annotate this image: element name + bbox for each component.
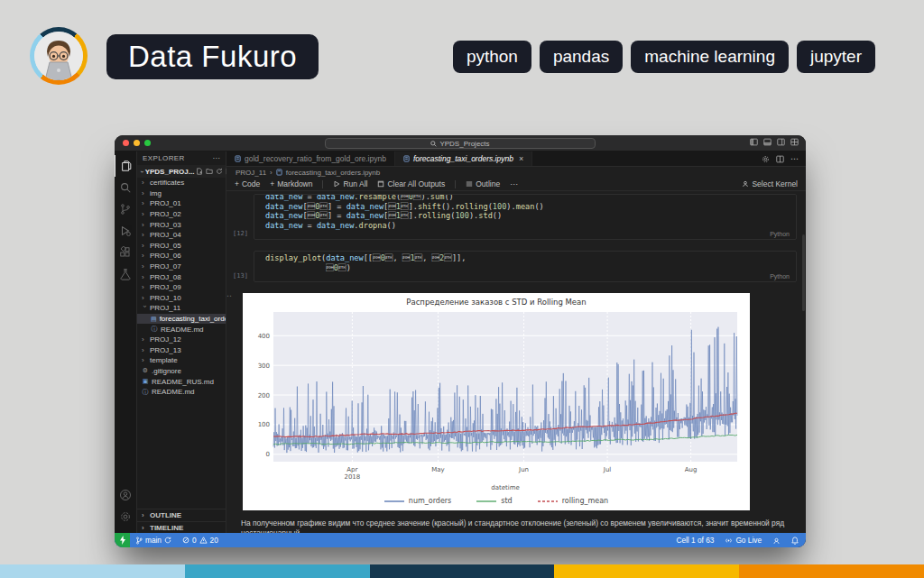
minimize-window-button[interactable] [134,140,140,146]
accounts-icon[interactable] [115,484,137,506]
cell-indicator[interactable]: Cell 1 of 63 [670,536,719,545]
info-file-icon: ⓘ [142,388,149,397]
cell-language[interactable]: Python [770,231,790,237]
breadcrumb-file[interactable]: forecasting_taxi_orders.ipynb [286,169,381,177]
tree-item-proj-05[interactable]: ›PROJ_05 [137,241,226,252]
strip-teal [185,564,370,578]
feedback-icon[interactable] [767,537,786,545]
tab-forecasting-taxi-orders[interactable]: forecasting_taxi_orders.ipynb × [395,151,532,166]
error-count: 0 [192,536,197,545]
tree-item-template[interactable]: ›template [137,355,226,366]
toggle-panel-icon[interactable] [763,138,772,146]
editor-more-actions-icon[interactable]: ⋯ [790,154,799,163]
cell-language[interactable]: Python [770,273,790,280]
tree-item-label: README.md [161,326,204,334]
extensions-icon[interactable] [115,242,137,263]
tree-item-proj-12[interactable]: ›PROJ_12 [137,335,226,345]
tree-item-proj-06[interactable]: ›PROJ_06 [137,251,226,261]
brand-title: Data Fukuro [128,40,297,74]
run-all-button[interactable]: Run All [333,179,367,188]
tree-item--gitignore[interactable]: ⚙.gitignore [137,366,226,377]
tree-item-proj-13[interactable]: ›PROJ_13 [137,345,226,356]
chart-title: Распределение заказов с STD и Rolling Me… [243,298,750,307]
problems-indicator[interactable]: 0 20 [177,536,224,545]
memoji-avatar-icon [34,32,83,80]
clear-all-outputs-button[interactable]: Clear All Outputs [377,179,445,188]
timeline-label: TIMELINE [150,524,183,532]
go-live-button[interactable]: Go Live [719,536,767,545]
activity-bar [115,151,137,533]
new-folder-icon[interactable] [206,168,213,175]
tree-item-proj-11[interactable]: ›PROJ_11 [137,303,226,314]
tree-item-proj-02[interactable]: ›PROJ_02 [137,209,226,220]
explorer-more-icon[interactable]: ⋯ [213,154,220,162]
code-cell-1[interactable]: data_new = data_new.resample(0).sum()d… [254,194,797,240]
tree-item-img[interactable]: ›img [137,188,226,199]
tree-item-proj-04[interactable]: ›PROJ_04 [137,230,226,241]
svg-text:Apr: Apr [346,466,357,473]
file-tree: ›certificates›img›PROJ_01›PROJ_02›PROJ_0… [137,178,226,509]
bottom-color-strip [0,564,924,578]
chevron-right-icon: › [142,231,147,239]
tree-item-label: PROJ_05 [150,242,181,250]
tree-item-proj-10[interactable]: ›PROJ_10 [137,293,226,304]
tree-item-proj-09[interactable]: ›PROJ_09 [137,282,226,293]
legend-item-std: std [476,497,512,505]
close-window-button[interactable] [123,140,129,146]
tree-item-certificates[interactable]: ›certificates [137,178,226,188]
new-file-icon[interactable] [196,168,203,175]
code-editor[interactable]: data_new = data_new.resample(0).sum()d… [254,195,796,230]
tree-item-proj-07[interactable]: ›PROJ_07 [137,261,226,272]
editor-scrollbar[interactable] [802,234,805,311]
code-cell-2[interactable]: display_plot(data_new[[0, 1, 2]], … [254,251,797,282]
notifications-bell-icon[interactable] [786,537,806,545]
tree-item-proj-01[interactable]: ›PROJ_01 [137,198,226,209]
chevron-right-icon: › [142,210,147,218]
search-view-icon[interactable] [115,177,137,198]
chevron-right-icon: › [142,273,147,281]
code-editor[interactable]: display_plot(data_new[[0, 1, 2]], … [254,252,796,272]
brand-title-badge: Data Fukuro [106,34,319,79]
testing-icon[interactable] [115,263,137,285]
run-debug-icon[interactable] [115,220,137,242]
outline-button[interactable]: Outline [466,179,500,188]
tree-item-readme-md[interactable]: ⓘREADME.md [137,387,226,398]
explorer-icon[interactable] [115,155,137,177]
refresh-icon[interactable] [216,168,223,175]
tree-item-label: PROJ_06 [150,252,181,260]
tree-item-readme-md[interactable]: ⓘREADME.md [137,324,226,335]
customize-layout-icon[interactable] [790,138,799,146]
tree-item-proj-08[interactable]: ›PROJ_08 [137,271,226,282]
git-branch-icon [135,537,143,545]
timeline-section[interactable]: › TIMELINE [137,521,226,533]
command-center-search[interactable]: YPDS_Projects [325,138,596,149]
source-control-icon[interactable] [115,198,137,220]
split-editor-icon[interactable] [776,155,784,163]
add-code-cell-button[interactable]: +Code [235,179,260,188]
output-more-icon[interactable]: ⋯ [226,291,233,300]
toggle-secondary-sidebar-icon[interactable] [777,138,785,146]
strip-yellow [554,564,739,578]
breadcrumb[interactable]: PROJ_11 › forecasting_taxi_orders.ipynb [226,167,806,178]
tab-gold-recovery[interactable]: gold_recovery_ratio_from_gold_ore.ipynb [226,151,395,166]
tree-item-proj-03[interactable]: ›PROJ_03 [137,219,226,230]
select-kernel-button[interactable]: Select Kernel [742,179,798,188]
tree-item-readme-rus-md[interactable]: ▣README_RUS.md [137,376,226,387]
toolbar-more-icon[interactable]: ⋯ [510,179,518,188]
chevron-right-icon: › [142,524,147,532]
workspace-root-item[interactable]: › YPDS_PROJ... [137,165,226,178]
remote-indicator[interactable] [115,533,130,547]
add-markdown-cell-button[interactable]: +Markdown [270,179,312,188]
tree-item-forecasting-taxi-orders-[interactable]: ▤forecasting_taxi_orders... [137,314,226,325]
close-tab-icon[interactable]: × [519,154,523,163]
zoom-window-button[interactable] [144,140,151,146]
git-branch-indicator[interactable]: main [130,536,177,545]
window-controls[interactable] [123,140,151,146]
toggle-sidebar-icon[interactable] [750,138,758,146]
notebook-settings-gear-icon[interactable] [762,155,770,163]
breadcrumb-folder[interactable]: PROJ_11 [236,169,266,177]
tree-item-label: PROJ_01 [150,199,181,207]
cell-output-chart: ⋯ Распределение заказов с STD и Rolling … [243,293,750,510]
settings-gear-icon[interactable] [115,506,137,528]
outline-section[interactable]: › OUTLINE [137,509,226,521]
